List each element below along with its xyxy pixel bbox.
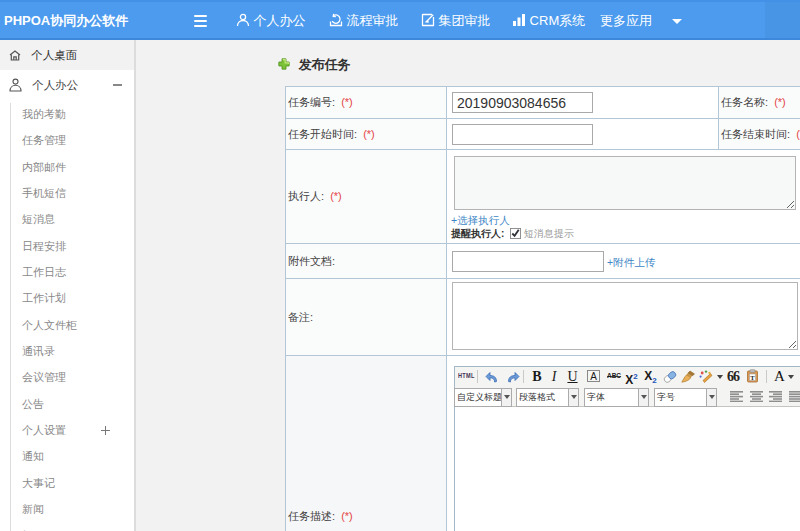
svg-text:T: T [750, 374, 755, 381]
